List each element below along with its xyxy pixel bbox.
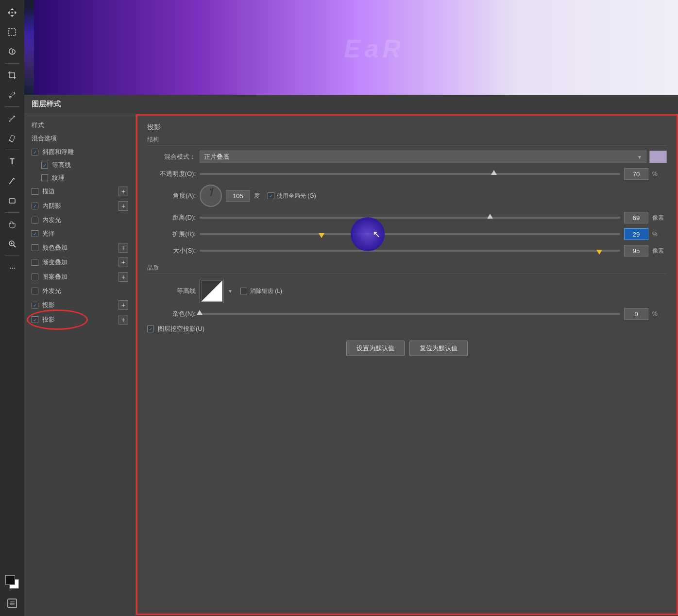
pattern-overlay-add-btn[interactable]: + xyxy=(119,272,128,282)
contour-checkbox[interactable] xyxy=(41,162,48,169)
contour-row: 等高线 ▼ 消除锯齿 (L) xyxy=(147,279,667,303)
inner-glow-label: 内发光 xyxy=(42,216,128,224)
opacity-input[interactable] xyxy=(624,168,648,180)
tool-brush[interactable] xyxy=(3,110,21,127)
dialog-content: 样式 混合选项 斜面和浮雕 等高线 纹理 描边 xyxy=(24,114,678,615)
anti-alias-checkbox[interactable] xyxy=(240,288,247,294)
angle-label: 角度(A): xyxy=(147,191,196,200)
foreground-color[interactable] xyxy=(5,575,15,585)
color-overlay-checkbox[interactable] xyxy=(32,244,38,251)
noise-slider[interactable] xyxy=(200,310,620,318)
satin-item[interactable]: 光泽 xyxy=(24,227,136,240)
angle-dial[interactable] xyxy=(200,185,222,207)
stroke-add-btn[interactable]: + xyxy=(119,187,128,196)
tool-crop[interactable] xyxy=(3,67,21,84)
blend-options-item[interactable]: 混合选项 xyxy=(24,132,136,145)
svg-point-0 xyxy=(12,12,13,14)
stroke-label: 描边 xyxy=(42,187,115,196)
gradient-overlay-item[interactable]: 渐变叠加 + xyxy=(24,255,136,270)
tool-eraser[interactable] xyxy=(3,129,21,147)
size-unit: 像素 xyxy=(652,247,667,255)
toolbar-separator-2 xyxy=(5,106,19,107)
size-thumb[interactable] xyxy=(596,250,602,255)
angle-input[interactable] xyxy=(226,190,250,202)
pattern-overlay-checkbox[interactable] xyxy=(32,274,38,280)
blend-mode-value: 正片叠底 xyxy=(204,153,637,161)
size-input[interactable] xyxy=(624,245,648,257)
color-overlay-item[interactable]: 颜色叠加 + xyxy=(24,240,136,255)
inner-glow-item[interactable]: 内发光 xyxy=(24,213,136,227)
knockout-label: 图层挖空投影(U) xyxy=(158,325,204,333)
distance-input[interactable] xyxy=(624,212,648,223)
inner-shadow-item[interactable]: 内阴影 + xyxy=(24,199,136,213)
svg-rect-3 xyxy=(9,199,15,203)
distance-thumb[interactable] xyxy=(487,214,493,219)
drop-shadow-2-label: 投影 xyxy=(42,315,115,324)
tool-text[interactable]: T xyxy=(3,153,21,171)
reset-default-button[interactable]: 复位为默认值 xyxy=(409,341,468,356)
layer-style-dialog: 图层样式 样式 混合选项 斜面和浮雕 等高线 纹理 xyxy=(24,95,678,616)
dialog-title: 图层样式 xyxy=(24,95,678,114)
tool-more[interactable]: ··· xyxy=(3,259,21,276)
drop-shadow-2-checkbox[interactable] xyxy=(32,316,38,323)
outer-glow-checkbox[interactable] xyxy=(32,288,38,294)
texture-sub-item[interactable]: 纹理 xyxy=(24,171,136,184)
opacity-slider[interactable] xyxy=(200,170,620,178)
outer-glow-item[interactable]: 外发光 xyxy=(24,284,136,298)
tool-zoom[interactable] xyxy=(3,235,21,253)
tool-path-select[interactable] xyxy=(3,172,21,190)
drop-shadow-checkbox[interactable] xyxy=(32,302,38,308)
set-default-button[interactable]: 设置为默认值 xyxy=(346,341,405,356)
distance-slider[interactable] xyxy=(200,214,620,222)
pattern-overlay-item[interactable]: 图案叠加 + xyxy=(24,270,136,284)
bevel-item[interactable]: 斜面和浮雕 xyxy=(24,145,136,159)
inner-shadow-add-btn[interactable]: + xyxy=(119,201,128,211)
satin-checkbox[interactable] xyxy=(32,230,38,237)
tool-eyedropper[interactable] xyxy=(3,86,21,103)
spread-unit: % xyxy=(652,231,667,238)
contour-label: 等高线 xyxy=(147,287,196,295)
inner-shadow-checkbox[interactable] xyxy=(32,203,38,209)
texture-checkbox[interactable] xyxy=(41,174,48,181)
knockout-checkbox[interactable] xyxy=(147,325,154,332)
opacity-label: 不透明度(O): xyxy=(147,170,196,178)
bevel-checkbox[interactable] xyxy=(32,149,38,155)
gradient-overlay-checkbox[interactable] xyxy=(32,259,38,266)
noise-input[interactable] xyxy=(624,308,648,320)
drop-shadow-add-btn[interactable]: + xyxy=(119,300,128,310)
inner-glow-checkbox[interactable] xyxy=(32,217,38,223)
tool-layer-comp[interactable] xyxy=(3,595,21,612)
tool-move[interactable] xyxy=(3,4,21,21)
shadow-color-swatch[interactable] xyxy=(649,151,667,163)
color-overlay-add-btn[interactable]: + xyxy=(119,243,128,253)
contour-sub-item[interactable]: 等高线 xyxy=(24,159,136,171)
drop-shadow-2-add-btn[interactable]: + xyxy=(119,315,128,325)
size-slider[interactable] xyxy=(200,247,620,255)
noise-thumb[interactable] xyxy=(197,310,203,315)
tool-shape[interactable] xyxy=(3,192,21,209)
tool-hand[interactable] xyxy=(3,216,21,233)
spread-row: 扩展(R): ↖ % xyxy=(147,228,667,240)
shadow-settings-panel: 投影 结构 混合模式： 正片叠底 ▼ 不透明度(O): xyxy=(136,114,678,615)
blend-mode-select[interactable]: 正片叠底 ▼ xyxy=(200,151,646,163)
gradient-overlay-add-btn[interactable]: + xyxy=(119,257,128,267)
styles-panel: 样式 混合选项 斜面和浮雕 等高线 纹理 描边 xyxy=(24,114,136,615)
color-boxes[interactable] xyxy=(5,575,19,589)
contour-dropdown-arrow[interactable]: ▼ xyxy=(228,289,233,294)
contour-preview[interactable] xyxy=(200,279,224,303)
blend-mode-row: 混合模式： 正片叠底 ▼ xyxy=(147,151,667,163)
texture-label: 纹理 xyxy=(52,173,128,182)
shadow-section-title: 投影 xyxy=(147,123,667,132)
stroke-item[interactable]: 描边 + xyxy=(24,184,136,199)
opacity-thumb[interactable] xyxy=(491,170,497,175)
use-global-light-checkbox[interactable] xyxy=(268,192,274,199)
tool-lasso[interactable] xyxy=(3,43,21,60)
spread-slider[interactable]: ↖ xyxy=(200,230,620,238)
stroke-checkbox[interactable] xyxy=(32,188,38,195)
tool-select-rect[interactable] xyxy=(3,23,21,41)
distance-row: 距离(D): 像素 xyxy=(147,212,667,223)
drop-shadow-item[interactable]: 投影 + xyxy=(24,298,136,312)
drop-shadow-2-item[interactable]: 投影 + xyxy=(24,312,136,327)
spread-thumb[interactable] xyxy=(319,233,324,238)
spread-input[interactable] xyxy=(624,228,648,240)
